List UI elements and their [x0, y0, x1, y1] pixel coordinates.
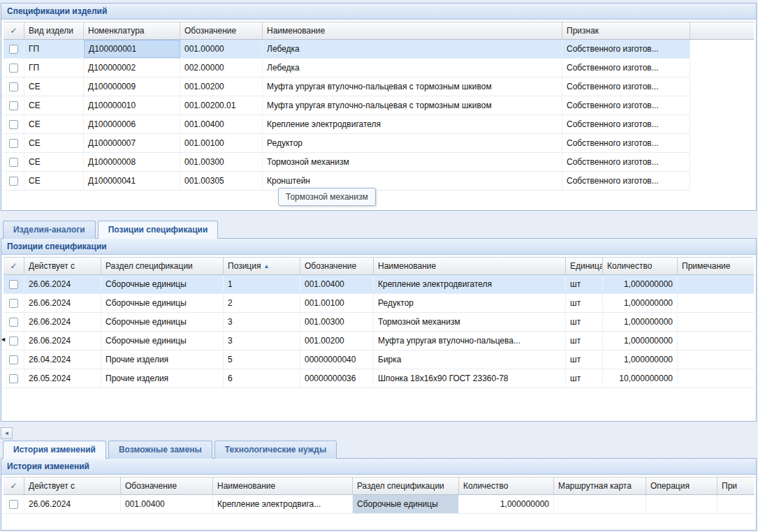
- col-header-position[interactable]: Позиция ▲: [224, 258, 300, 274]
- cell[interactable]: 1,000000000: [603, 275, 678, 293]
- cell[interactable]: Собственного изготов...: [562, 59, 690, 77]
- table-row[interactable]: 26.06.2024 Сборочные единицы 3 001.00200…: [3, 332, 754, 350]
- row-select-cell[interactable]: [3, 313, 24, 331]
- cell[interactable]: Тормозной механизм: [374, 313, 566, 331]
- tab-possible-replacements[interactable]: Возможные замены: [108, 441, 212, 459]
- row-checkbox[interactable]: [9, 337, 18, 346]
- row-checkbox[interactable]: [9, 299, 18, 308]
- row-checkbox[interactable]: [9, 139, 18, 148]
- col-header-product-type[interactable]: Вид издели: [24, 22, 84, 39]
- table-row[interactable]: 26.06.2024 Сборочные единицы 1 001.00400…: [3, 275, 754, 294]
- cell[interactable]: ГП: [24, 59, 84, 77]
- cell[interactable]: ГП: [24, 40, 84, 58]
- cell[interactable]: [678, 294, 754, 312]
- cell[interactable]: Редуктор: [263, 134, 562, 152]
- cell[interactable]: СЕ: [24, 77, 84, 96]
- col-header-note[interactable]: Примечание: [678, 258, 754, 274]
- row-checkbox[interactable]: [9, 101, 18, 110]
- cell[interactable]: 001.00300: [300, 313, 374, 331]
- table-row[interactable]: 26.06.2024 Сборочные единицы 2 001.00100…: [3, 294, 754, 313]
- cell[interactable]: Муфта упругая втулочно-пальцевая с тормо…: [263, 96, 562, 114]
- cell[interactable]: СЕ: [24, 172, 84, 190]
- col-header-spec-section[interactable]: Раздел спецификации: [353, 478, 459, 494]
- cell-selected[interactable]: Сборочные единицы: [353, 495, 459, 513]
- row-select-cell[interactable]: [3, 294, 24, 312]
- cell[interactable]: 26.06.2024: [24, 294, 101, 312]
- cell[interactable]: Крепление электродвигателя: [374, 275, 566, 293]
- cell[interactable]: Муфта упругая втулочно-пальцевая с тормо…: [263, 77, 562, 96]
- cell[interactable]: Шпонка 18х16х90 ГОСТ 23360-78: [374, 369, 566, 387]
- cell[interactable]: Д100000041: [84, 172, 180, 190]
- cell[interactable]: 1,000000000: [603, 350, 678, 369]
- cell[interactable]: 001.00305: [180, 172, 263, 190]
- col-header-quantity[interactable]: Количество: [459, 478, 554, 494]
- cell[interactable]: Собственного изготов...: [562, 77, 690, 96]
- table-row[interactable]: ГП Д100000001 001.00000 Лебедка Собствен…: [3, 40, 690, 59]
- cell[interactable]: Прочие изделия: [101, 350, 224, 369]
- row-checkbox[interactable]: [9, 45, 18, 54]
- table-row[interactable]: СЕ Д100000010 001.00200.01 Муфта упругая…: [3, 96, 690, 115]
- col-header-designation[interactable]: Обозначение: [300, 258, 374, 274]
- table-row[interactable]: 26.06.2024 Сборочные единицы 3 001.00300…: [3, 313, 754, 332]
- cell[interactable]: Крепление электродвига...: [213, 495, 353, 513]
- row-select-cell[interactable]: [3, 153, 24, 171]
- cell[interactable]: шт: [566, 294, 603, 312]
- col-header-route-card[interactable]: Маршрутная карта: [554, 478, 646, 494]
- cell[interactable]: 001.00200.01: [180, 96, 263, 114]
- cell-focused[interactable]: Д100000001: [84, 40, 180, 58]
- row-checkbox[interactable]: [9, 280, 18, 289]
- row-select-cell[interactable]: [3, 134, 24, 152]
- splitter-collapse-icon[interactable]: ◄: [0, 336, 6, 343]
- row-select-cell[interactable]: [3, 350, 24, 369]
- tab-change-history[interactable]: История изменений: [3, 441, 106, 459]
- table-row[interactable]: СЕ Д100000007 001.00100 Редуктор Собстве…: [3, 134, 690, 153]
- cell[interactable]: Редуктор: [374, 294, 566, 312]
- tab-technological-needs[interactable]: Технологические нужды: [214, 441, 337, 459]
- cell[interactable]: [678, 350, 754, 369]
- row-checkbox[interactable]: [9, 500, 18, 509]
- cell[interactable]: Д100000002: [84, 59, 180, 77]
- table-row[interactable]: ГП Д100000002 002.00000 Лебедка Собствен…: [3, 59, 690, 77]
- cell[interactable]: Бирка: [374, 350, 566, 369]
- cell[interactable]: 1,000000000: [603, 313, 678, 331]
- cell[interactable]: [554, 495, 646, 513]
- cell[interactable]: Крепление электродвигателя: [263, 115, 562, 133]
- cell[interactable]: Собственного изготов...: [562, 96, 690, 114]
- cell[interactable]: 001.00200: [180, 77, 263, 96]
- cell[interactable]: 1,000000000: [459, 495, 554, 513]
- cell[interactable]: шт: [566, 313, 603, 331]
- cell[interactable]: СЕ: [24, 134, 84, 152]
- cell[interactable]: Собственного изготов...: [562, 40, 690, 58]
- row-checkbox[interactable]: [9, 355, 18, 364]
- cell[interactable]: 2: [224, 294, 300, 312]
- row-checkbox[interactable]: [9, 64, 18, 73]
- cell[interactable]: 002.00000: [180, 59, 263, 77]
- col-header-spec-section[interactable]: Раздел спецификации: [101, 258, 224, 274]
- cell[interactable]: 001.00300: [180, 153, 263, 171]
- cell[interactable]: 26.06.2024: [24, 313, 101, 331]
- cell[interactable]: Лебедка: [263, 59, 562, 77]
- check-column-header[interactable]: ✓: [3, 478, 24, 494]
- table-row[interactable]: 26.05.2024 Прочие изделия 6 00000000036 …: [3, 369, 754, 388]
- cell[interactable]: Д100000008: [84, 153, 180, 171]
- cell[interactable]: 001.00200: [300, 332, 374, 350]
- cell[interactable]: Тормозной механизм: [263, 153, 562, 171]
- cell[interactable]: [717, 495, 754, 513]
- cell[interactable]: Сборочные единицы: [101, 275, 224, 293]
- scroll-left-button[interactable]: ◄: [1, 427, 13, 439]
- cell[interactable]: 001.00400: [121, 495, 213, 513]
- row-select-cell[interactable]: [3, 369, 24, 387]
- cell[interactable]: Д100000009: [84, 77, 180, 96]
- cell[interactable]: [646, 495, 717, 513]
- col-header-name[interactable]: Наименование: [374, 258, 566, 274]
- check-column-header[interactable]: ✓: [3, 22, 24, 39]
- row-select-cell[interactable]: [3, 275, 24, 293]
- cell[interactable]: 3: [224, 332, 300, 350]
- cell[interactable]: 26.06.2024: [24, 495, 121, 513]
- row-select-cell[interactable]: [3, 115, 24, 133]
- cell[interactable]: Сборочные единицы: [101, 294, 224, 312]
- col-header-effective-from[interactable]: Действует с: [24, 258, 101, 274]
- cell[interactable]: [678, 275, 754, 293]
- row-select-cell[interactable]: [3, 77, 24, 96]
- row-select-cell[interactable]: [3, 59, 24, 77]
